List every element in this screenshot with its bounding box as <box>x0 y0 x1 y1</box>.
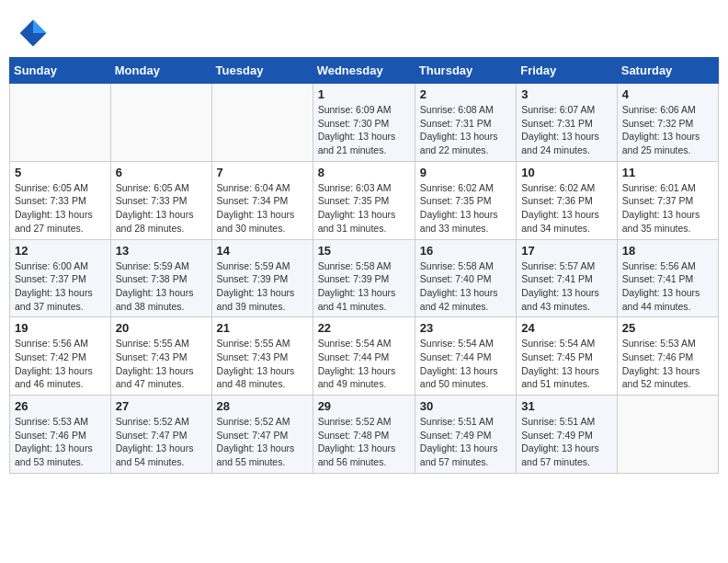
calendar-cell: 27Sunrise: 5:52 AM Sunset: 7:47 PM Dayli… <box>110 396 211 474</box>
calendar-cell: 14Sunrise: 5:59 AM Sunset: 7:39 PM Dayli… <box>211 239 313 317</box>
day-number: 23 <box>420 321 511 335</box>
day-number: 19 <box>15 321 106 335</box>
weekday-header: Tuesday <box>211 58 313 84</box>
day-info: Sunrise: 6:03 AM Sunset: 7:35 PM Dayligh… <box>318 181 410 236</box>
day-number: 2 <box>420 87 511 101</box>
calendar-cell: 11Sunrise: 6:01 AM Sunset: 7:37 PM Dayli… <box>617 161 718 239</box>
calendar-cell: 20Sunrise: 5:55 AM Sunset: 7:43 PM Dayli… <box>110 317 211 396</box>
calendar-cell: 10Sunrise: 6:02 AM Sunset: 7:36 PM Dayli… <box>517 161 618 239</box>
day-info: Sunrise: 5:51 AM Sunset: 7:49 PM Dayligh… <box>521 415 612 469</box>
day-number: 30 <box>420 399 511 413</box>
day-number: 11 <box>622 166 713 179</box>
day-number: 28 <box>217 399 308 413</box>
day-info: Sunrise: 5:52 AM Sunset: 7:47 PM Dayligh… <box>116 415 207 469</box>
weekday-header: Saturday <box>617 58 718 84</box>
day-number: 17 <box>521 244 612 258</box>
day-number: 18 <box>622 244 713 258</box>
day-number: 25 <box>622 321 713 335</box>
calendar-cell: 2Sunrise: 6:08 AM Sunset: 7:31 PM Daylig… <box>415 84 516 162</box>
calendar-header: SundayMondayTuesdayWednesdayThursdayFrid… <box>10 58 719 84</box>
day-info: Sunrise: 5:52 AM Sunset: 7:48 PM Dayligh… <box>318 415 410 469</box>
calendar-cell: 28Sunrise: 5:52 AM Sunset: 7:47 PM Dayli… <box>211 396 313 474</box>
calendar-cell: 8Sunrise: 6:03 AM Sunset: 7:35 PM Daylig… <box>313 161 415 239</box>
day-number: 9 <box>420 166 511 179</box>
day-info: Sunrise: 5:56 AM Sunset: 7:42 PM Dayligh… <box>15 337 106 391</box>
calendar-body: 1Sunrise: 6:09 AM Sunset: 7:30 PM Daylig… <box>10 84 719 474</box>
day-number: 12 <box>15 244 106 258</box>
calendar-cell: 1Sunrise: 6:09 AM Sunset: 7:30 PM Daylig… <box>313 84 415 162</box>
day-number: 3 <box>521 87 612 101</box>
day-info: Sunrise: 5:55 AM Sunset: 7:43 PM Dayligh… <box>217 337 308 391</box>
day-info: Sunrise: 5:56 AM Sunset: 7:41 PM Dayligh… <box>622 259 713 314</box>
calendar-table: SundayMondayTuesdayWednesdayThursdayFrid… <box>9 57 719 474</box>
day-info: Sunrise: 5:52 AM Sunset: 7:47 PM Dayligh… <box>217 415 308 469</box>
day-info: Sunrise: 6:02 AM Sunset: 7:36 PM Dayligh… <box>521 181 612 236</box>
calendar-cell: 3Sunrise: 6:07 AM Sunset: 7:31 PM Daylig… <box>517 84 618 162</box>
weekday-header: Friday <box>517 58 618 84</box>
weekday-header: Thursday <box>415 58 516 84</box>
page-header <box>9 9 719 53</box>
day-number: 8 <box>318 166 410 179</box>
calendar-week-row: 5Sunrise: 6:05 AM Sunset: 7:33 PM Daylig… <box>10 161 719 239</box>
day-number: 13 <box>116 244 207 258</box>
day-number: 21 <box>217 321 308 335</box>
day-info: Sunrise: 6:00 AM Sunset: 7:37 PM Dayligh… <box>15 259 106 314</box>
calendar-cell: 18Sunrise: 5:56 AM Sunset: 7:41 PM Dayli… <box>617 239 718 317</box>
calendar-cell: 12Sunrise: 6:00 AM Sunset: 7:37 PM Dayli… <box>10 239 111 317</box>
day-number: 15 <box>318 244 410 258</box>
day-info: Sunrise: 6:08 AM Sunset: 7:31 PM Dayligh… <box>420 103 511 157</box>
day-number: 22 <box>318 321 410 335</box>
day-number: 4 <box>622 87 713 101</box>
day-number: 14 <box>217 244 308 258</box>
day-info: Sunrise: 5:54 AM Sunset: 7:44 PM Dayligh… <box>318 337 410 391</box>
day-info: Sunrise: 5:54 AM Sunset: 7:44 PM Dayligh… <box>420 337 511 391</box>
day-number: 5 <box>15 166 106 179</box>
day-number: 20 <box>116 321 207 335</box>
day-number: 26 <box>15 399 106 413</box>
calendar-cell: 21Sunrise: 5:55 AM Sunset: 7:43 PM Dayli… <box>211 317 313 396</box>
day-info: Sunrise: 5:58 AM Sunset: 7:39 PM Dayligh… <box>318 259 410 314</box>
calendar-cell: 7Sunrise: 6:04 AM Sunset: 7:34 PM Daylig… <box>211 161 313 239</box>
day-info: Sunrise: 6:02 AM Sunset: 7:35 PM Dayligh… <box>420 181 511 236</box>
day-number: 24 <box>521 321 612 335</box>
calendar-cell: 26Sunrise: 5:53 AM Sunset: 7:46 PM Dayli… <box>10 396 111 474</box>
day-number: 31 <box>521 399 612 413</box>
day-info: Sunrise: 6:06 AM Sunset: 7:32 PM Dayligh… <box>622 103 713 157</box>
day-info: Sunrise: 6:07 AM Sunset: 7:31 PM Dayligh… <box>521 103 612 157</box>
day-info: Sunrise: 5:59 AM Sunset: 7:39 PM Dayligh… <box>217 259 308 314</box>
day-info: Sunrise: 5:51 AM Sunset: 7:49 PM Dayligh… <box>420 415 511 469</box>
calendar-cell <box>211 84 313 162</box>
calendar-cell: 24Sunrise: 5:54 AM Sunset: 7:45 PM Dayli… <box>517 317 618 396</box>
calendar-cell: 6Sunrise: 6:05 AM Sunset: 7:33 PM Daylig… <box>110 161 211 239</box>
day-info: Sunrise: 6:04 AM Sunset: 7:34 PM Dayligh… <box>217 181 308 236</box>
calendar-cell: 22Sunrise: 5:54 AM Sunset: 7:44 PM Dayli… <box>313 317 415 396</box>
day-info: Sunrise: 5:55 AM Sunset: 7:43 PM Dayligh… <box>116 337 207 391</box>
calendar-cell: 15Sunrise: 5:58 AM Sunset: 7:39 PM Dayli… <box>313 239 415 317</box>
day-info: Sunrise: 5:53 AM Sunset: 7:46 PM Dayligh… <box>622 337 713 391</box>
day-number: 7 <box>217 166 308 179</box>
calendar-cell <box>617 396 718 474</box>
calendar-cell: 30Sunrise: 5:51 AM Sunset: 7:49 PM Dayli… <box>415 396 516 474</box>
day-info: Sunrise: 5:54 AM Sunset: 7:45 PM Dayligh… <box>521 337 612 391</box>
day-number: 16 <box>420 244 511 258</box>
day-info: Sunrise: 6:05 AM Sunset: 7:33 PM Dayligh… <box>116 181 207 236</box>
calendar-week-row: 1Sunrise: 6:09 AM Sunset: 7:30 PM Daylig… <box>10 84 719 162</box>
calendar-cell: 25Sunrise: 5:53 AM Sunset: 7:46 PM Dayli… <box>617 317 718 396</box>
day-info: Sunrise: 5:57 AM Sunset: 7:41 PM Dayligh… <box>521 259 612 314</box>
calendar-cell: 5Sunrise: 6:05 AM Sunset: 7:33 PM Daylig… <box>10 161 111 239</box>
day-info: Sunrise: 6:09 AM Sunset: 7:30 PM Dayligh… <box>318 103 410 157</box>
calendar-week-row: 12Sunrise: 6:00 AM Sunset: 7:37 PM Dayli… <box>10 239 719 317</box>
day-info: Sunrise: 6:05 AM Sunset: 7:33 PM Dayligh… <box>15 181 106 236</box>
calendar-cell: 23Sunrise: 5:54 AM Sunset: 7:44 PM Dayli… <box>415 317 516 396</box>
day-number: 1 <box>318 87 410 101</box>
day-number: 27 <box>116 399 207 413</box>
weekday-header: Sunday <box>10 58 111 84</box>
calendar-cell: 13Sunrise: 5:59 AM Sunset: 7:38 PM Dayli… <box>110 239 211 317</box>
day-info: Sunrise: 5:59 AM Sunset: 7:38 PM Dayligh… <box>116 259 207 314</box>
day-number: 6 <box>116 166 207 179</box>
calendar-cell <box>110 84 211 162</box>
svg-marker-1 <box>33 20 46 33</box>
calendar-cell: 29Sunrise: 5:52 AM Sunset: 7:48 PM Dayli… <box>313 396 415 474</box>
calendar-cell <box>10 84 111 162</box>
day-info: Sunrise: 6:01 AM Sunset: 7:37 PM Dayligh… <box>622 181 713 236</box>
